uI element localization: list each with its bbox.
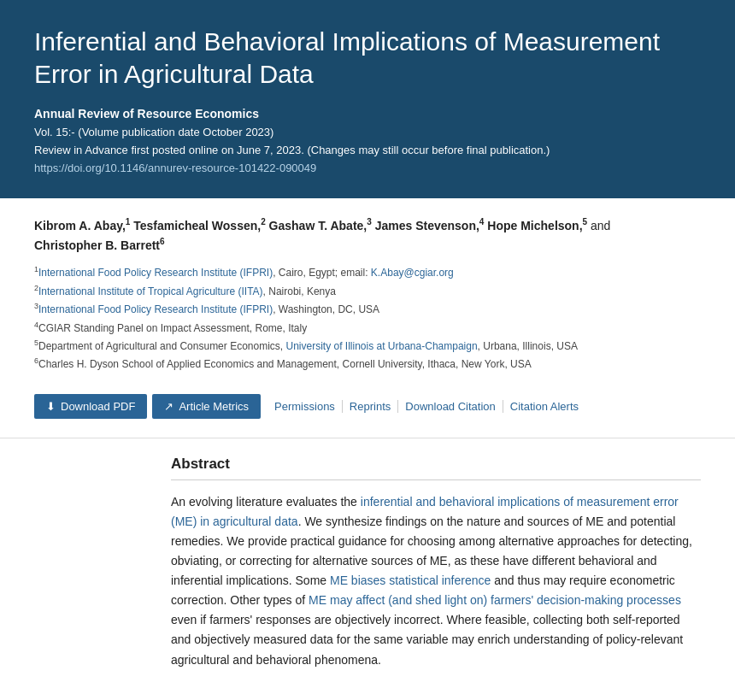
metrics-icon: ↗ — [164, 400, 173, 413]
article-metrics-button[interactable]: ↗ Article Metrics — [152, 394, 261, 419]
affil-6: 6Charles H. Dyson School of Applied Econ… — [34, 355, 701, 373]
article-title: Inferential and Behavioral Implications … — [34, 26, 701, 90]
affil-4: 4CGIAR Standing Panel on Impact Assessme… — [34, 319, 701, 337]
download-icon: ⬇ — [46, 400, 56, 413]
review-info: Review in Advance first posted online on… — [34, 142, 701, 160]
doi-link[interactable]: https://doi.org/10.1146/annurev-resource… — [34, 160, 701, 178]
author-hope: Hope Michelson,5 — [487, 219, 587, 232]
journal-meta: Vol. 15:- (Volume publication date Octob… — [34, 124, 701, 177]
abstract-text: An evolving literature evaluates the inf… — [171, 492, 701, 670]
toolbar: ⬇ Download PDF ↗ Article Metrics Permiss… — [34, 385, 701, 429]
header-section: Inferential and Behavioral Implications … — [0, 0, 735, 198]
authors-block: Kibrom A. Abay,1 Tesfamicheal Wossen,2 G… — [34, 215, 701, 255]
abstract-section: Abstract An evolving literature evaluate… — [0, 438, 735, 696]
page-container: Inferential and Behavioral Implications … — [0, 0, 735, 700]
author-kibrom: Kibrom A. Abay,1 — [34, 219, 130, 232]
author-james: James Stevenson,4 — [375, 219, 485, 232]
journal-name: Annual Review of Resource Economics — [34, 107, 701, 121]
author-christopher: Christopher B. Barrett6 — [34, 238, 165, 252]
affil-3: 3International Food Policy Research Inst… — [34, 300, 701, 318]
affiliations-block: 1International Food Policy Research Inst… — [34, 263, 701, 373]
affil-1: 1International Food Policy Research Inst… — [34, 263, 701, 281]
vol-info: Vol. 15:- (Volume publication date Octob… — [34, 124, 701, 142]
permissions-link[interactable]: Permissions — [274, 400, 343, 413]
author-gashaw: Gashaw T. Abate,3 — [269, 219, 372, 232]
abstract-title: Abstract — [171, 456, 701, 480]
author-tesfamicheal: Tesfamicheal Wossen,2 — [133, 219, 265, 232]
download-citation-link[interactable]: Download Citation — [398, 400, 503, 413]
content-section: Kibrom A. Abay,1 Tesfamicheal Wossen,2 G… — [0, 198, 735, 438]
affil-2: 2International Institute of Tropical Agr… — [34, 282, 701, 300]
affil-5: 5Department of Agricultural and Consumer… — [34, 337, 701, 355]
download-pdf-button[interactable]: ⬇ Download PDF — [34, 394, 147, 419]
reprints-link[interactable]: Reprints — [343, 400, 398, 413]
toolbar-links: Permissions Reprints Download Citation C… — [274, 400, 585, 413]
citation-alerts-link[interactable]: Citation Alerts — [503, 400, 585, 413]
